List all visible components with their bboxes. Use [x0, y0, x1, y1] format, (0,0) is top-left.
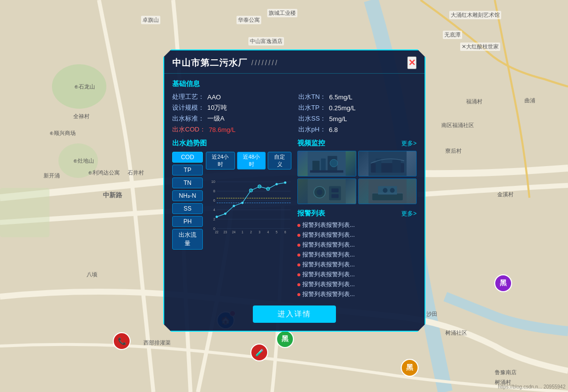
svg-point-24 [267, 187, 270, 190]
map-label-shijing: 石井村 [128, 169, 144, 176]
svg-text:8: 8 [213, 189, 215, 193]
video-inner-4 [359, 179, 417, 204]
marker-6[interactable]: 黑 [494, 274, 512, 292]
alarm-dot-3 [297, 244, 300, 247]
marker-4[interactable]: 黑 [276, 330, 294, 348]
alarm-text-4: 报警列表报警列表... [302, 251, 355, 259]
alarm-dot-6 [297, 273, 300, 276]
map-label-shutongshequ: 树涌社区 [445, 329, 467, 337]
svg-text:4: 4 [267, 230, 269, 234]
chart-area: COD TP TN NH₃-N SS PH 出水流量 近24小时 近48小时 [172, 152, 291, 250]
svg-point-23 [258, 185, 261, 188]
map-label-liaohoucun: 寮后村 [445, 147, 462, 155]
map-label-nanqufusung: 南区福涌社区 [441, 122, 474, 129]
map-label-huatai: 华泰公寓 [237, 16, 261, 24]
time-btn-48h[interactable]: 近48小时 [237, 152, 266, 170]
alarm-item-5: 报警列表报警列表... [297, 261, 417, 269]
marker-5[interactable]: 黑 [401, 359, 419, 377]
map-label-qupu: 曲浦 [524, 97, 535, 104]
trend-chart-svg: 10 8 6 4 2 0 [206, 173, 291, 242]
alarm-text-1: 报警列表报警列表... [302, 221, 355, 229]
info-value-biaozhun: 一级A [207, 114, 225, 123]
info-label-biaozhun: 出水标准： [172, 114, 204, 123]
map-label-quanlu: 全禄村 [73, 113, 90, 120]
svg-text:6: 6 [284, 230, 286, 234]
chart-container: 近24小时 近48小时 自定义 [206, 152, 291, 250]
time-btn-custom[interactable]: 自定义 [268, 152, 291, 170]
svg-text:22: 22 [215, 230, 219, 234]
info-row-tp: 出水TP： 0.25mg/L [298, 103, 417, 112]
info-row-ph: 出水pH： 6.8 [298, 125, 417, 134]
info-value-tp: 0.25mg/L [329, 104, 356, 112]
alarm-dot-1 [297, 224, 300, 227]
panel-header: 中山市第二污水厂 //////// ✕ [164, 50, 425, 74]
metric-btn-flow[interactable]: 出水流量 [172, 229, 203, 250]
metric-btn-cod[interactable]: COD [172, 152, 203, 163]
info-value-ss: 5mg/L [329, 115, 347, 123]
alarm-item-6: 报警列表报警列表... [297, 270, 417, 279]
alarm-section: 报警列表 更多> 报警列表报警列表... 报警列表报警列表... [297, 209, 417, 299]
map-label-xibupai: 西部排灌渠 [143, 339, 171, 347]
alarm-dot-2 [297, 234, 300, 237]
svg-text:6: 6 [213, 199, 215, 202]
info-value-gongyi: AAO [207, 93, 221, 101]
marker-2[interactable]: 📞 [113, 332, 131, 350]
svg-rect-45 [392, 160, 400, 173]
metric-btn-nh3n[interactable]: NH₃-N [172, 190, 203, 201]
svg-point-56 [390, 188, 395, 193]
close-button[interactable]: ✕ [407, 56, 417, 69]
alarm-list: 报警列表报警列表... 报警列表报警列表... 报警列表报警列表... [297, 221, 417, 299]
video-thumb-3[interactable] [297, 178, 356, 204]
alarm-item-7: 报警列表报警列表... [297, 280, 417, 289]
svg-point-41 [330, 159, 337, 167]
map-label-fuyi: 中山富逸酒店 [248, 37, 284, 45]
alarm-text-5: 报警列表报警列表... [302, 261, 355, 269]
video-inner-1 [298, 151, 356, 176]
time-btn-24h[interactable]: 近24小时 [206, 152, 235, 170]
svg-point-21 [241, 202, 244, 204]
map-label-dahong: ✕大红酸枝世家 [460, 43, 500, 51]
video-more-link[interactable]: 更多> [401, 139, 417, 148]
info-label-ph: 出水pH： [298, 125, 326, 134]
alarm-more-link[interactable]: 更多> [401, 210, 417, 218]
info-row-cod: 出水COD： 78.6mg/L [172, 125, 290, 134]
alarm-title: 报警列表 [297, 209, 325, 218]
svg-rect-40 [310, 170, 343, 173]
map-label-shatian: 沙田 [426, 310, 437, 318]
alarm-text-6: 报警列表报警列表... [302, 270, 355, 279]
trend-title: 出水趋势图 [172, 139, 291, 148]
metric-btn-ph[interactable]: PH [172, 216, 203, 227]
trend-section: 出水趋势图 COD TP TN NH₃-N SS PH 出水流量 [172, 139, 291, 299]
video-thumb-4[interactable] [358, 178, 417, 204]
svg-text:10: 10 [211, 180, 215, 183]
marker-3[interactable]: 🧪 [250, 344, 268, 361]
info-label-guimo: 设计规模： [172, 103, 204, 112]
panel-title: 中山市第二污水厂 [172, 57, 247, 69]
metric-btn-tn[interactable]: TN [172, 177, 203, 188]
svg-text:4: 4 [213, 208, 215, 212]
svg-point-19 [224, 213, 227, 215]
watermark: https://blog.csdn.n... 20955942 [498, 384, 566, 390]
map-label-shunxing: ⊕顺兴商场 [49, 130, 76, 137]
svg-point-26 [284, 181, 286, 184]
panel-subtitle: //////// [251, 59, 279, 67]
alarm-dot-4 [297, 254, 300, 257]
time-buttons: 近24小时 近48小时 自定义 [206, 152, 291, 170]
video-section: 视频监控 更多> [297, 139, 417, 204]
alarm-dot-7 [297, 283, 300, 286]
info-row-guimo: 设计规模： 10万吨 [172, 103, 290, 112]
alarm-item-2: 报警列表报警列表... [297, 231, 417, 239]
detail-button[interactable]: 进入详情 [253, 305, 336, 323]
map-label-zhongxinlu: 中新路 [103, 191, 122, 200]
alarm-text-7: 报警列表报警列表... [302, 280, 355, 289]
svg-point-55 [382, 188, 387, 193]
metric-btn-tp[interactable]: TP [172, 165, 203, 175]
svg-point-20 [233, 205, 235, 207]
video-thumb-1[interactable] [297, 151, 356, 176]
info-label-gongyi: 处理工艺： [172, 92, 204, 101]
video-thumb-2[interactable] [358, 151, 417, 176]
map-label-jinxi: 金溪村 [497, 191, 514, 198]
svg-point-25 [276, 183, 278, 185]
panel-body: 基础信息 处理工艺： AAO 出水TN： 6.5mg/L 设计规模： 10万吨 … [164, 74, 425, 331]
metric-btn-ss[interactable]: SS [172, 203, 203, 214]
